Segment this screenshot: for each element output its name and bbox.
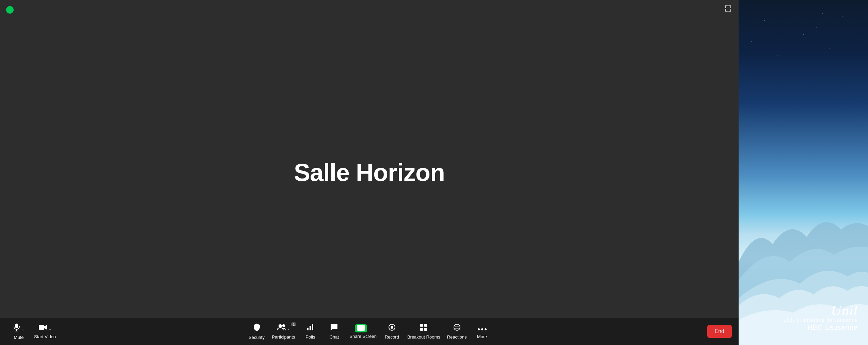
record-icon — [388, 324, 396, 333]
svg-point-5 — [282, 324, 285, 327]
share-screen-icon — [355, 324, 367, 332]
svg-rect-3 — [39, 325, 44, 330]
svg-rect-7 — [310, 326, 311, 330]
record-button[interactable]: Record — [380, 321, 404, 342]
share-screen-button[interactable]: ⌃ Share Screen — [346, 322, 380, 342]
svg-rect-6 — [307, 328, 309, 330]
poll-icon — [306, 324, 314, 333]
svg-rect-14 — [420, 328, 423, 331]
toolbar-right: End — [700, 325, 732, 338]
more-button[interactable]: More — [470, 321, 494, 342]
participants-count-badge: 1 — [291, 322, 296, 326]
mic-icon — [13, 323, 20, 333]
expand-icon[interactable] — [724, 5, 732, 14]
svg-point-11 — [391, 326, 393, 329]
svg-point-16 — [454, 324, 460, 330]
chat-button[interactable]: Chat — [322, 321, 346, 342]
toolbar-left: ⌃ Mute ⌃ Start Vi — [7, 321, 59, 343]
side-panel-stars — [739, 0, 868, 138]
svg-rect-8 — [312, 324, 313, 330]
participants-button[interactable]: 1 ⌃ Participants — [268, 321, 298, 342]
share-screen-chevron-icon[interactable]: ⌃ — [368, 328, 371, 332]
side-panel: Unil UNIL | Université de Lausanne HEC L… — [739, 0, 868, 345]
start-video-label: Start Video — [34, 334, 56, 339]
grid-icon — [420, 324, 427, 333]
room-title: Salle Horizon — [294, 159, 445, 186]
shield-icon — [253, 323, 260, 333]
svg-point-18 — [457, 326, 458, 327]
green-dot-indicator — [6, 6, 14, 14]
participants-chevron-icon[interactable]: ⌃ — [287, 329, 290, 332]
breakout-rooms-label: Breakout Rooms — [407, 334, 440, 340]
security-label: Security — [249, 335, 265, 340]
svg-point-4 — [279, 324, 282, 328]
svg-rect-13 — [424, 324, 427, 327]
svg-rect-0 — [15, 324, 18, 328]
unil-subtitle: UNIL | Université de Lausanne — [783, 317, 858, 323]
mute-button[interactable]: ⌃ Mute — [7, 321, 31, 343]
svg-point-21 — [485, 328, 487, 330]
toolbar-center: Security 1 ⌃ — [244, 321, 494, 343]
chat-icon — [330, 324, 338, 333]
svg-point-20 — [481, 328, 483, 330]
chat-label: Chat — [330, 334, 339, 340]
app-container: Salle Horizon ⌃ — [0, 0, 868, 345]
mute-label: Mute — [14, 335, 24, 340]
share-screen-label: Share Screen — [349, 334, 377, 339]
more-label: More — [477, 334, 487, 339]
breakout-rooms-button[interactable]: Breakout Rooms — [404, 321, 444, 342]
logo-area: Unil UNIL | Université de Lausanne HEC L… — [783, 302, 858, 331]
svg-point-19 — [478, 328, 480, 330]
mute-chevron-icon[interactable]: ⌃ — [22, 329, 25, 333]
svg-point-17 — [455, 326, 456, 327]
reactions-button[interactable]: Reactions — [444, 321, 470, 342]
video-chevron-icon[interactable]: ⌃ — [49, 328, 51, 332]
end-button[interactable]: End — [707, 325, 732, 338]
more-icon — [478, 324, 487, 333]
people-icon — [277, 324, 286, 333]
main-video-area: Salle Horizon ⌃ — [0, 0, 739, 345]
polls-label: Polls — [305, 334, 315, 340]
hec-logo: HEC Lausanne — [783, 324, 858, 331]
participants-label: Participants — [272, 334, 295, 340]
svg-rect-15 — [424, 328, 427, 331]
svg-rect-12 — [420, 324, 423, 327]
video-icon — [38, 324, 47, 333]
security-button[interactable]: Security — [244, 321, 268, 343]
start-video-button[interactable]: ⌃ Start Video — [31, 321, 59, 342]
polls-button[interactable]: Polls — [298, 321, 322, 342]
reactions-label: Reactions — [447, 334, 467, 340]
record-label: Record — [385, 334, 399, 340]
toolbar: ⌃ Mute ⌃ Start Vi — [0, 318, 739, 345]
emoji-icon — [453, 324, 461, 333]
unil-logo: Unil — [783, 302, 858, 319]
